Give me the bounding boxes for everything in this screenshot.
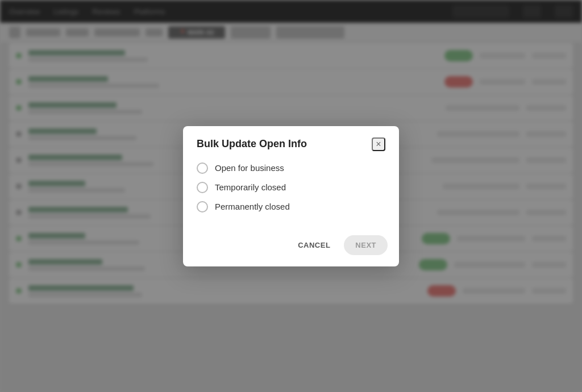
radio-open[interactable] <box>197 162 208 174</box>
cancel-button[interactable]: CANCEL <box>289 235 339 255</box>
next-button[interactable]: NEXT <box>344 235 388 255</box>
modal-title: Bulk Update Open Info <box>197 138 307 150</box>
option-temp-label: Temporarily closed <box>215 182 286 192</box>
option-open-label: Open for business <box>215 163 284 173</box>
close-button[interactable]: × <box>372 137 385 151</box>
radio-perm[interactable] <box>197 201 208 212</box>
modal-body: Open for business Temporarily closed Per… <box>183 158 399 226</box>
modal-footer: CANCEL NEXT <box>183 235 399 266</box>
option-permanently-closed[interactable]: Permanently closed <box>197 201 385 212</box>
bulk-update-modal: Bulk Update Open Info × Open for busines… <box>183 126 399 266</box>
option-temporarily-closed[interactable]: Temporarily closed <box>197 182 385 193</box>
option-perm-label: Permanently closed <box>215 202 290 211</box>
modal-header: Bulk Update Open Info × <box>183 126 399 158</box>
modal-overlay: Bulk Update Open Info × Open for busines… <box>0 0 582 392</box>
radio-temp[interactable] <box>197 182 208 193</box>
option-open-for-business[interactable]: Open for business <box>197 162 385 174</box>
